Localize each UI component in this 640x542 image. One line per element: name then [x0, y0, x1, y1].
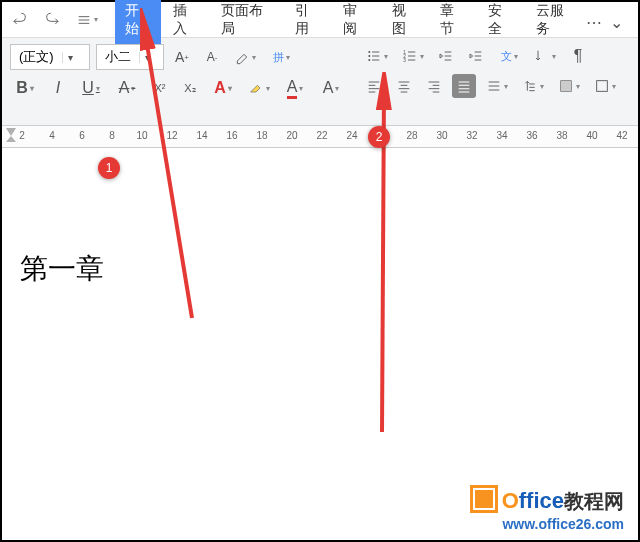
italic-button[interactable]: I: [46, 76, 70, 100]
shrink-font-button[interactable]: A-: [200, 45, 224, 69]
ruler-mark: 18: [256, 130, 267, 141]
tab-layout[interactable]: 页面布局: [211, 0, 283, 44]
callout-badge-2: 2: [368, 126, 390, 148]
qat-more-button[interactable]: [72, 8, 102, 32]
tab-cloud[interactable]: 云服务: [526, 0, 585, 44]
ruler-mark: 10: [136, 130, 147, 141]
ruler-mark: 22: [316, 130, 327, 141]
ruler-mark: 40: [586, 130, 597, 141]
show-marks-button[interactable]: ¶: [566, 44, 590, 68]
distribute-button[interactable]: [482, 74, 512, 98]
clear-format-button[interactable]: [230, 45, 260, 69]
tabbar-right: ⋯ ⌄: [586, 13, 632, 27]
tab-home[interactable]: 开始: [115, 0, 161, 44]
style-selector-value: (正文): [11, 48, 62, 66]
undo-button[interactable]: [8, 8, 32, 32]
tab-security[interactable]: 安全: [478, 0, 524, 44]
svg-rect-12: [561, 81, 572, 92]
font-group: (正文) ▾ 小二 ▾ A+ A- 拼 B I U A X² X₂ A: [2, 38, 354, 106]
tab-review[interactable]: 审阅: [333, 0, 379, 44]
font-size-selector[interactable]: 小二 ▾: [96, 44, 164, 70]
paragraph-group: 123 文 ¶: [354, 38, 628, 104]
ruler-mark: 4: [49, 130, 55, 141]
quick-access-toolbar: [8, 8, 114, 32]
redo-button[interactable]: [40, 8, 64, 32]
ruler-mark: 2: [19, 130, 25, 141]
tab-chapter[interactable]: 章节: [430, 0, 476, 44]
watermark-o: O: [502, 488, 519, 513]
phonetic-guide-button[interactable]: 拼: [266, 45, 296, 69]
decrease-indent-button[interactable]: [434, 44, 458, 68]
ruler-mark: 28: [406, 130, 417, 141]
highlight-button[interactable]: [244, 76, 274, 100]
watermark: Office教程网 www.office26.com: [470, 488, 624, 532]
ruler-mark: 32: [466, 130, 477, 141]
tabs-container: 开始 插入 页面布局 引用 审阅 视图 章节 安全 云服务: [115, 0, 585, 44]
ruler-mark: 36: [526, 130, 537, 141]
increase-indent-button[interactable]: [464, 44, 488, 68]
ruler-mark: 38: [556, 130, 567, 141]
text-effects-button[interactable]: A: [208, 76, 238, 100]
ruler-mark: 14: [196, 130, 207, 141]
callout-badge-1: 1: [98, 157, 120, 179]
grow-font-button[interactable]: A+: [170, 45, 194, 69]
tab-references[interactable]: 引用: [285, 0, 331, 44]
tab-view[interactable]: 视图: [382, 0, 428, 44]
svg-text:3: 3: [403, 58, 406, 63]
document-heading[interactable]: 第一章: [20, 250, 104, 288]
align-right-button[interactable]: [422, 74, 446, 98]
style-gallery-button[interactable]: [636, 44, 640, 68]
watermark-url: www.office26.com: [470, 516, 624, 532]
ruler-mark: 16: [226, 130, 237, 141]
watermark-cn: 教程网: [564, 490, 624, 512]
ruler-mark: 42: [616, 130, 627, 141]
char-shading-button[interactable]: A: [316, 76, 346, 100]
align-center-button[interactable]: [392, 74, 416, 98]
new-style-button[interactable]: [636, 74, 640, 98]
borders-button[interactable]: [590, 74, 620, 98]
line-spacing-button[interactable]: [518, 74, 548, 98]
tab-bar: 开始 插入 页面布局 引用 审阅 视图 章节 安全 云服务 ⋯ ⌄: [2, 2, 638, 38]
styles-group: [628, 38, 640, 104]
strikethrough-button[interactable]: A: [112, 76, 142, 100]
ruler-mark: 20: [286, 130, 297, 141]
svg-point-2: [368, 55, 370, 57]
bold-button[interactable]: B: [10, 76, 40, 100]
document-canvas[interactable]: 第一章: [2, 150, 638, 540]
svg-point-0: [368, 51, 370, 53]
font-size-value: 小二: [97, 48, 139, 66]
collapse-icon[interactable]: ⌄: [610, 13, 624, 27]
superscript-button[interactable]: X²: [148, 76, 172, 100]
chevron-down-icon: ▾: [139, 52, 155, 63]
ruler-mark: 34: [496, 130, 507, 141]
bullets-button[interactable]: [362, 44, 392, 68]
text-direction-button[interactable]: 文: [494, 44, 524, 68]
style-selector[interactable]: (正文) ▾: [10, 44, 90, 70]
ruler-mark: 24: [346, 130, 357, 141]
ruler-mark: 30: [436, 130, 447, 141]
ruler-mark: 6: [79, 130, 85, 141]
chevron-down-icon: ▾: [62, 52, 78, 63]
ruler-mark: 12: [166, 130, 177, 141]
align-left-button[interactable]: [362, 74, 386, 98]
office-logo-icon: [470, 485, 498, 513]
shrink-ribbon-icon[interactable]: ⋯: [586, 13, 600, 27]
shading-button[interactable]: [554, 74, 584, 98]
sort-button[interactable]: [530, 44, 560, 68]
ribbon: (正文) ▾ 小二 ▾ A+ A- 拼 B I U A X² X₂ A: [2, 38, 638, 126]
font-color-button[interactable]: A: [280, 76, 310, 100]
left-indent-marker[interactable]: [6, 128, 18, 142]
watermark-ffice: ffice: [519, 488, 564, 513]
subscript-button[interactable]: X₂: [178, 76, 202, 100]
numbering-button[interactable]: 123: [398, 44, 428, 68]
tab-insert[interactable]: 插入: [163, 0, 209, 44]
horizontal-ruler[interactable]: 24681012141618202224262830323436384042: [2, 126, 638, 148]
underline-button[interactable]: U: [76, 76, 106, 100]
justify-button[interactable]: [452, 74, 476, 98]
svg-rect-13: [597, 81, 608, 92]
ruler-mark: 8: [109, 130, 115, 141]
svg-point-4: [368, 59, 370, 61]
